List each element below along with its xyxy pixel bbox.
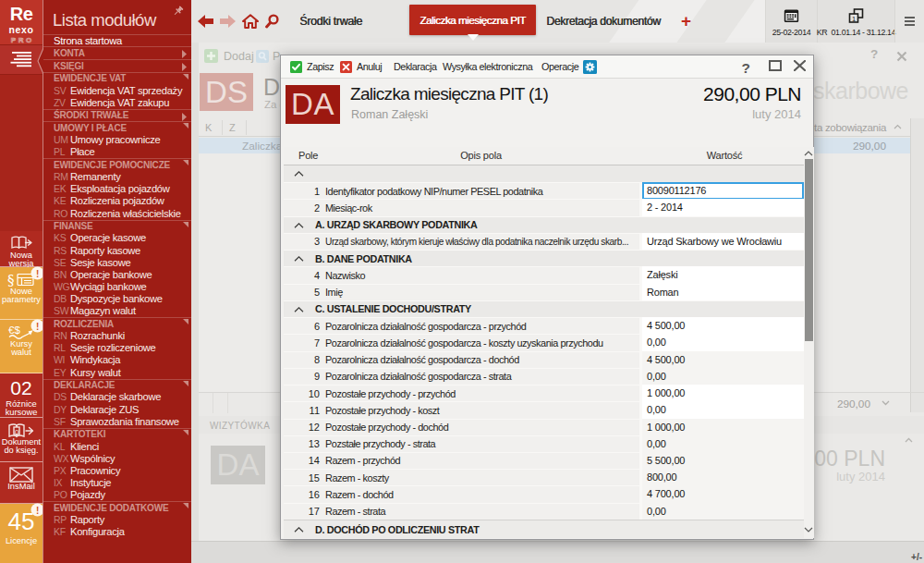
module-section[interactable]: ŚRODKI TRWAŁE: [43, 109, 191, 121]
pin-button[interactable]: [172, 6, 184, 18]
module-section[interactable]: DEKLARACJE: [43, 379, 191, 391]
tab-dekretacja-dokumentow[interactable]: Dekretacja dokumentów: [547, 0, 660, 43]
table-group-row-bottom[interactable]: D. DOCHÓD PO ODLICZENIU STRAT: [284, 520, 814, 538]
module-section[interactable]: EWIDENCJE VAT: [43, 72, 191, 84]
module-item[interactable]: RPRaporty: [43, 513, 191, 525]
app-logo[interactable]: Re nexo PRO: [0, 0, 43, 44]
module-item[interactable]: KSOperacje kasowe: [43, 232, 191, 244]
maximize-icon[interactable]: [769, 60, 782, 71]
table-group-row[interactable]: A. URZĄD SKARBOWY PODATNIKA: [284, 216, 804, 233]
field-value-input[interactable]: 4 700,00: [642, 485, 804, 503]
module-item[interactable]: WIWindykacja: [43, 354, 191, 366]
module-section[interactable]: EWIDENCJE DODATKOWE: [43, 501, 191, 513]
table-collapse-row[interactable]: [284, 165, 804, 182]
nav-forward-icon[interactable]: [220, 15, 236, 28]
module-item[interactable]: SVEwidencja VAT sprzedaży: [43, 84, 191, 96]
tab-srodki-trwale[interactable]: Środki trwałe: [280, 0, 382, 43]
module-item[interactable]: SESesje kasowe: [43, 256, 191, 268]
field-value-input[interactable]: Urząd Skarbowy we Wrocławiu: [642, 233, 804, 251]
cancel-button[interactable]: Anuluj: [340, 55, 382, 78]
save-button[interactable]: Zapisz: [290, 55, 334, 78]
tab-zaliczka-miesieczna-pit[interactable]: Zaliczka miesięczna PIT: [409, 5, 536, 35]
module-item[interactable]: WGWyciągi bankowe: [43, 280, 191, 292]
field-value-input[interactable]: 4 500,00: [642, 351, 804, 369]
module-item[interactable]: KLKlienci: [43, 440, 191, 452]
rail-widget-new-parameters[interactable]: ! § Noweparametry: [0, 267, 43, 320]
module-section[interactable]: KONTA: [43, 46, 191, 58]
module-item[interactable]: POPojazdy: [43, 489, 191, 501]
module-item[interactable]: BNOperacje bankowe: [43, 268, 191, 280]
rail-widget-document-to-ledger[interactable]: 0Dokumentdo księg.: [0, 418, 43, 462]
module-item[interactable]: DBDyspozycje bankowe: [43, 293, 191, 305]
field-value-input[interactable]: 800,00: [642, 469, 804, 486]
rail-widget-exchange-rates[interactable]: ! €$ Kursywalut: [0, 320, 43, 373]
module-section[interactable]: UMOWY I PŁACE: [43, 121, 191, 133]
module-item[interactable]: SWMagazyn walut: [43, 305, 191, 317]
dialog-help-button[interactable]: ?: [742, 60, 750, 77]
app-menu-icon[interactable]: [905, 17, 915, 26]
module-item[interactable]: DSDeklaracje skarbowe: [43, 391, 191, 403]
field-value-input[interactable]: Roman: [642, 284, 804, 301]
field-value-input[interactable]: 0,00: [642, 435, 804, 453]
operations-menu-button[interactable]: Operacje: [541, 55, 578, 78]
module-item[interactable]: RLSesje rozliczeniowe: [43, 342, 191, 354]
field-value-input[interactable]: 0,00: [642, 401, 804, 419]
table-group-row[interactable]: B. DANE PODATNIKA: [284, 250, 804, 266]
module-item[interactable]: RORozliczenia właścicielskie: [43, 207, 191, 219]
nav-back-icon[interactable]: [198, 15, 213, 28]
nav-forward-button[interactable]: [220, 0, 236, 43]
module-item[interactable]: IXInstytucje: [43, 476, 191, 488]
field-value-input[interactable]: 0,00: [642, 334, 804, 351]
module-item-home[interactable]: Strona startowa: [43, 34, 191, 46]
module-item[interactable]: KFKonfiguracja: [43, 526, 191, 538]
table-group-row[interactable]: C. USTALENIE DOCHODU/STRATY: [284, 300, 804, 317]
module-item[interactable]: UMUmowy pracownicze: [43, 134, 191, 146]
date-button[interactable]: 25-02-2014: [765, 0, 817, 43]
module-item[interactable]: RMRemanenty: [43, 171, 191, 183]
field-value-input[interactable]: 4 500,00: [642, 317, 804, 335]
field-value-input[interactable]: 1 000,00: [642, 385, 804, 402]
dialog-close-button[interactable]: [794, 60, 806, 71]
module-item[interactable]: KERozliczenia pojazdów: [43, 195, 191, 207]
field-value-input[interactable]: 2 - 2014: [642, 199, 804, 216]
rail-widget-insmail[interactable]: InsMail: [0, 462, 43, 504]
rail-widget-new-version[interactable]: Nowawersja: [0, 231, 43, 267]
pin-icon[interactable]: [172, 6, 184, 18]
module-item[interactable]: SFSprawozdania finansowe: [43, 415, 191, 427]
module-section[interactable]: KSIĘGI: [43, 59, 191, 71]
close-icon[interactable]: [794, 60, 806, 71]
declaration-menu-button[interactable]: Deklaracja: [394, 55, 437, 78]
esend-menu-button[interactable]: Wysyłka elektroniczna: [443, 55, 532, 78]
field-value-input[interactable]: 80090112176: [642, 182, 804, 200]
scroll-down-icon[interactable]: [804, 527, 813, 532]
field-value-input[interactable]: 0,00: [642, 503, 804, 520]
field-value-input[interactable]: 0,00: [642, 368, 804, 386]
field-value-input[interactable]: 5 500,00: [642, 452, 804, 470]
module-item[interactable]: DYDeklaracje ZUS: [43, 403, 191, 415]
module-item[interactable]: ZVEwidencja VAT zakupu: [43, 96, 191, 108]
module-section[interactable]: ROZLICZENIA: [43, 317, 191, 329]
nav-back-button[interactable]: [198, 0, 213, 43]
app-menu-button[interactable]: [894, 0, 924, 43]
module-item[interactable]: WXWspólnicy: [43, 452, 191, 464]
search-icon[interactable]: [265, 14, 279, 29]
scrollbar-thumb[interactable]: [805, 159, 813, 341]
module-item[interactable]: PXPracownicy: [43, 464, 191, 476]
table-scrollbar[interactable]: [804, 147, 814, 538]
module-item[interactable]: EYKursy walut: [43, 366, 191, 378]
dialog-maximize-button[interactable]: [769, 60, 782, 71]
rail-widget-exchange-differences[interactable]: 02Różnicekursowe: [0, 373, 43, 418]
settings-gear-button[interactable]: [583, 55, 597, 78]
field-value-input[interactable]: 1 000,00: [642, 419, 804, 436]
module-item[interactable]: PLPłace: [43, 146, 191, 158]
accounting-period-button[interactable]: 1 KR 01.01.14 - 31.12.14: [817, 0, 894, 43]
module-section[interactable]: KARTOTEKI: [43, 428, 191, 440]
scroll-up-icon[interactable]: [804, 151, 813, 156]
module-section[interactable]: FINANSE: [43, 220, 191, 232]
home-icon[interactable]: [242, 14, 259, 29]
rail-widget-licenses[interactable]: !45Licencje: [0, 504, 43, 563]
module-item[interactable]: RSRaporty kasowe: [43, 244, 191, 256]
module-section[interactable]: EWIDENCJE POMOCNICZE: [43, 158, 191, 170]
module-item[interactable]: EKEksploatacja pojazdów: [43, 183, 191, 195]
module-item[interactable]: RNRozrachunki: [43, 330, 191, 342]
